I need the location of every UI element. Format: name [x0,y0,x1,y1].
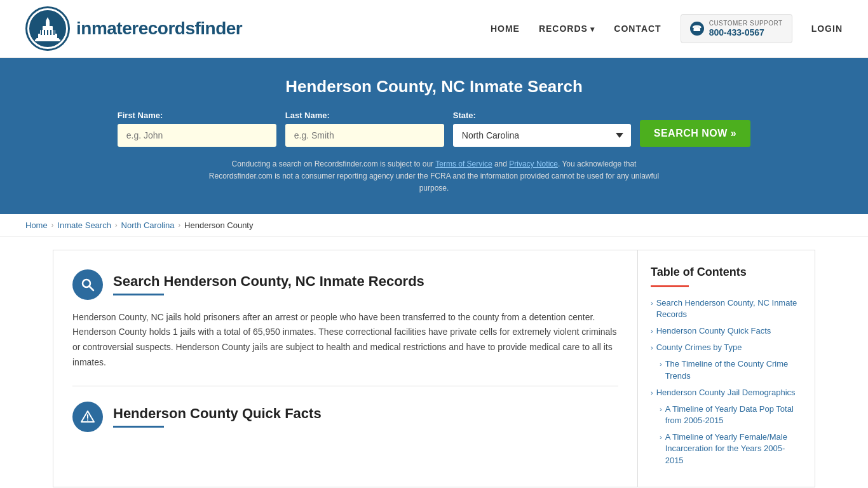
state-select[interactable]: North Carolina Alabama Alaska Arizona Ar… [453,124,631,147]
svg-rect-6 [41,30,42,35]
breadcrumb-sep1: › [51,221,54,229]
toc-arrow-icon: › [651,327,653,336]
section2-header: Henderson County Quick Facts [72,402,618,432]
toc-divider [651,285,689,287]
page-title: Henderson County, NC Inmate Search [25,77,843,97]
disclaimer-text: Conducting a search on Recordsfinder.com… [205,158,663,195]
toc-arrow-icon: › [651,388,653,398]
nav-home[interactable]: HOME [491,24,520,34]
toc-link-4[interactable]: › Henderson County Jail Demographics [651,387,802,398]
logo-area: inmaterecordsfinder [25,6,242,51]
first-name-input[interactable] [118,124,276,147]
main-content: Search Henderson County, NC Inmate Recor… [27,237,841,488]
toc-item: › The Timeline of the County Crime Trend… [651,358,802,381]
svg-rect-12 [35,39,60,41]
toc-arrow-icon: › [651,299,653,308]
section1-underline [113,294,164,295]
nav-login[interactable]: LOGIN [811,24,843,34]
content-left: Search Henderson County, NC Inmate Recor… [53,250,637,487]
section2-title: Henderson County Quick Facts [113,405,322,422]
svg-rect-4 [46,21,50,27]
first-name-group: First Name: [118,111,276,147]
section1-header: Search Henderson County, NC Inmate Recor… [72,269,618,300]
svg-rect-7 [44,30,45,35]
section2-underline [113,426,164,428]
search-button[interactable]: SEARCH NOW » [640,120,750,147]
toc-item: › A Timeline of Yearly Female/Male Incar… [651,431,802,466]
breadcrumb: Home › Inmate Search › North Carolina › … [0,214,868,237]
breadcrumb-inmate-search[interactable]: Inmate Search [57,220,111,230]
support-number: 800-433-0567 [709,27,783,38]
section1-title: Search Henderson County, NC Inmate Recor… [113,273,424,290]
hero-section: Henderson County, NC Inmate Search First… [0,58,868,214]
toc-link-0[interactable]: › Search Henderson County, NC Inmate Rec… [651,297,802,320]
site-header: inmaterecordsfinder HOME RECORDS CONTACT… [0,0,868,58]
toc-item: › Henderson County Jail Demographics [651,387,802,398]
support-label: CUSTOMER SUPPORT [709,20,783,27]
svg-point-17 [87,419,88,421]
tos-link[interactable]: Terms of Service [435,159,492,168]
state-label: State: [453,111,631,120]
last-name-group: Last Name: [285,111,444,147]
toc-title: Table of Contents [651,266,802,279]
svg-rect-3 [43,26,53,30]
toc-link-2[interactable]: › County Crimes by Type [651,342,802,353]
warning-section-icon [72,402,103,432]
toc-arrow-icon: › [660,433,662,442]
breadcrumb-home[interactable]: Home [25,220,48,230]
nav-contact[interactable]: CONTACT [614,24,661,34]
main-nav: HOME RECORDS CONTACT ☎ CUSTOMER SUPPORT … [491,14,843,44]
toc-arrow-icon: › [660,405,662,414]
toc-sidebar: Table of Contents › Search Henderson Cou… [637,250,815,487]
search-section-icon [72,269,103,300]
toc-link-3[interactable]: › The Timeline of the County Crime Trend… [651,358,802,381]
logo-text: inmaterecordsfinder [76,18,242,39]
svg-line-14 [90,287,93,290]
toc-link-1[interactable]: › Henderson County Quick Facts [651,325,802,337]
search-form: First Name: Last Name: State: North Caro… [25,111,843,147]
toc-arrow-icon: › [660,360,662,369]
toc-link-6[interactable]: › A Timeline of Yearly Female/Male Incar… [651,431,802,466]
toc-item: › Henderson County Quick Facts [651,325,802,337]
svg-rect-10 [53,30,55,35]
first-name-label: First Name: [118,111,276,120]
privacy-link[interactable]: Privacy Notice [509,159,558,168]
toc-item: › County Crimes by Type [651,342,802,353]
last-name-input[interactable] [285,124,444,147]
breadcrumb-county: Henderson County [184,220,253,230]
logo-icon [25,6,70,51]
toc-link-5[interactable]: › A Timeline of Yearly Data Pop Total fr… [651,403,802,426]
toc-arrow-icon: › [651,343,653,353]
breadcrumb-state[interactable]: North Carolina [121,220,175,230]
support-button[interactable]: ☎ CUSTOMER SUPPORT 800-433-0567 [681,14,792,44]
section-divider [72,386,618,386]
toc-list: › Search Henderson County, NC Inmate Rec… [651,297,802,466]
last-name-label: Last Name: [285,111,444,120]
toc-item: › Search Henderson County, NC Inmate Rec… [651,297,802,320]
svg-rect-9 [50,30,51,35]
breadcrumb-sep2: › [115,221,118,229]
phone-icon: ☎ [690,22,704,36]
breadcrumb-sep3: › [178,221,180,229]
toc-item: › A Timeline of Yearly Data Pop Total fr… [651,403,802,426]
section1-body: Henderson County, NC jails hold prisoner… [72,310,618,370]
state-group: State: North Carolina Alabama Alaska Ari… [453,111,631,147]
nav-records[interactable]: RECORDS [539,24,595,34]
svg-rect-8 [47,30,48,35]
